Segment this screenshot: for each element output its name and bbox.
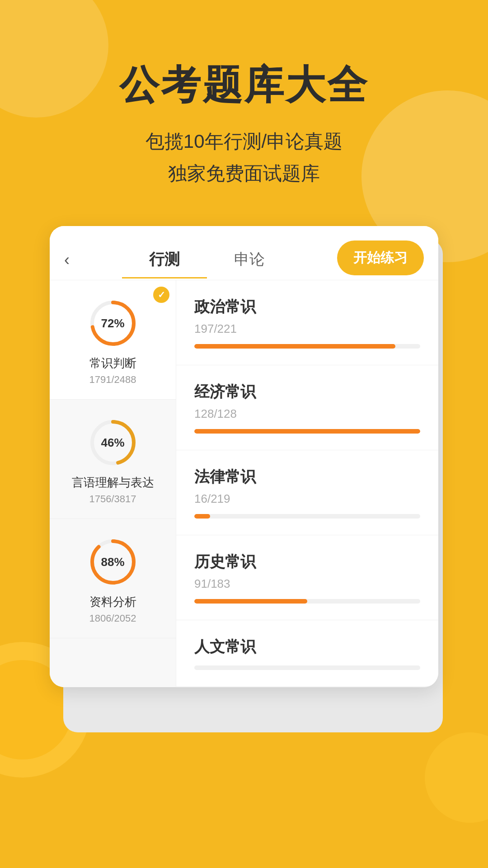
main-title: 公考题库大全 bbox=[0, 63, 488, 107]
back-button[interactable]: ‹ bbox=[64, 246, 77, 274]
progress-bar-fill-0 bbox=[194, 344, 395, 349]
header-section: 公考题库大全 包揽10年行测/申论真题 独家免费面试题库 bbox=[0, 0, 488, 190]
category-name-1: 言语理解与表达 bbox=[59, 475, 167, 491]
topic-count-3: 91/183 bbox=[194, 577, 420, 591]
card-container: ‹ 行测 申论 开始练习 bbox=[50, 226, 438, 723]
circle-progress-1: 46% bbox=[88, 418, 138, 467]
category-item-2[interactable]: 88% 资料分析 1806/2052 bbox=[50, 519, 176, 638]
tabs: 行测 申论 bbox=[77, 242, 337, 278]
topic-item-0[interactable]: 政治常识 197/221 bbox=[176, 280, 438, 365]
category-item-1[interactable]: 46% 言语理解与表达 1756/3817 bbox=[50, 400, 176, 519]
category-name-0: 常识判断 bbox=[59, 355, 167, 371]
topic-item-4[interactable]: 人文常识 bbox=[176, 620, 438, 687]
sub-title-line1: 包揽10年行测/申论真题 bbox=[0, 125, 488, 157]
percent-text-2: 88% bbox=[101, 555, 124, 569]
circle-progress-2: 88% bbox=[88, 537, 138, 587]
topic-count-0: 197/221 bbox=[194, 322, 420, 336]
category-count-1: 1756/3817 bbox=[59, 493, 167, 505]
progress-bar-bg-3 bbox=[194, 599, 420, 604]
topic-item-2[interactable]: 法律常识 16/219 bbox=[176, 450, 438, 535]
right-panel: 政治常识 197/221 经济常识 128/128 法律常识 bbox=[176, 280, 438, 687]
topic-name-2: 法律常识 bbox=[194, 467, 420, 487]
sub-title-line2: 独家免费面试题库 bbox=[0, 157, 488, 189]
topic-item-3[interactable]: 历史常识 91/183 bbox=[176, 535, 438, 620]
progress-bar-fill-3 bbox=[194, 599, 307, 604]
sub-title: 包揽10年行测/申论真题 独家免费面试题库 bbox=[0, 125, 488, 190]
progress-bar-bg-0 bbox=[194, 344, 420, 349]
progress-bar-fill-1 bbox=[194, 429, 420, 434]
percent-text-1: 46% bbox=[101, 435, 124, 449]
tab-shenlun[interactable]: 申论 bbox=[207, 242, 292, 278]
circle-progress-0: 72% bbox=[88, 298, 138, 348]
card-main: ‹ 行测 申论 开始练习 bbox=[50, 226, 438, 687]
category-name-2: 资料分析 bbox=[59, 594, 167, 610]
category-item-0[interactable]: 72% 常识判断 1791/2488 bbox=[50, 280, 176, 400]
start-practice-button[interactable]: 开始练习 bbox=[337, 241, 424, 275]
left-panel: 72% 常识判断 1791/2488 46% 言语理 bbox=[50, 280, 176, 687]
card-body: 72% 常识判断 1791/2488 46% 言语理 bbox=[50, 280, 438, 687]
topic-name-4: 人文常识 bbox=[194, 637, 420, 657]
topic-name-3: 历史常识 bbox=[194, 552, 420, 572]
topic-count-2: 16/219 bbox=[194, 492, 420, 506]
deco-circle-bottomright bbox=[425, 732, 488, 823]
progress-bar-bg-2 bbox=[194, 514, 420, 519]
topic-name-0: 政治常识 bbox=[194, 297, 420, 317]
progress-bar-bg-1 bbox=[194, 429, 420, 434]
tab-xingjian[interactable]: 行测 bbox=[122, 242, 207, 278]
topic-item-1[interactable]: 经济常识 128/128 bbox=[176, 365, 438, 450]
percent-text-0: 72% bbox=[101, 316, 124, 330]
card-header: ‹ 行测 申论 开始练习 bbox=[50, 226, 438, 280]
selected-mark-0 bbox=[153, 287, 169, 303]
topic-name-1: 经济常识 bbox=[194, 382, 420, 402]
category-count-2: 1806/2052 bbox=[59, 613, 167, 624]
progress-bar-fill-2 bbox=[194, 514, 210, 519]
topic-count-1: 128/128 bbox=[194, 407, 420, 421]
progress-bar-bg-4 bbox=[194, 665, 420, 670]
category-count-0: 1791/2488 bbox=[59, 374, 167, 386]
